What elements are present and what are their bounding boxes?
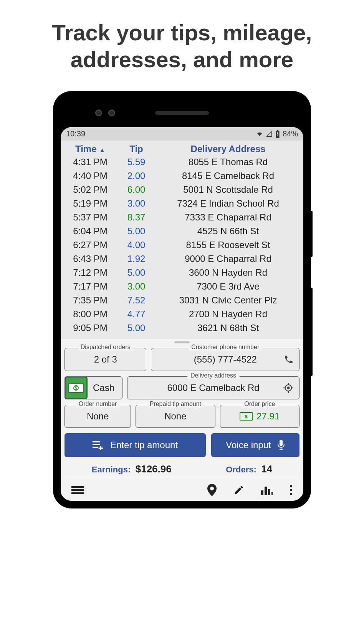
table-row[interactable]: 6:27 PM4.008155 E Roosevelt St xyxy=(65,238,299,252)
prepaid-tip-field[interactable]: Prepaid tip amount None xyxy=(136,405,215,428)
svg-rect-21 xyxy=(71,486,84,488)
locate-icon[interactable] xyxy=(283,383,294,393)
row-address: 2700 N Hayden Rd xyxy=(157,309,299,320)
earnings-value: $126.96 xyxy=(136,463,172,475)
chart-icon[interactable] xyxy=(261,485,273,495)
svg-rect-18 xyxy=(280,440,283,446)
row-address: 5001 N Scottsdale Rd xyxy=(157,184,299,195)
enter-tip-button[interactable]: Enter tip amount xyxy=(65,433,206,457)
camera-icon xyxy=(108,109,115,116)
svg-rect-1 xyxy=(277,130,278,131)
row-address: 8055 E Thomas Rd xyxy=(157,157,299,167)
row-address: 3600 N Hayden Rd xyxy=(157,267,299,278)
table-row[interactable]: 6:43 PM1.929000 E Chaparral Rd xyxy=(65,252,299,266)
dispatched-orders-field[interactable]: Dispatched orders 2 of 3 xyxy=(65,348,146,371)
order-price-field[interactable]: Order price $ 27.91 xyxy=(220,405,299,428)
table-row[interactable]: 7:17 PM3.007300 E 3rd Ave xyxy=(65,280,299,293)
menu-icon[interactable] xyxy=(71,485,84,495)
phone-label: Customer phone number xyxy=(188,344,262,351)
battery-icon xyxy=(275,130,280,138)
table-row[interactable]: 9:05 PM5.003621 N 68th St xyxy=(65,321,299,335)
table-row[interactable]: 4:31 PM5.598055 E Thomas Rd xyxy=(65,155,299,169)
delivery-value: 6000 E Camelback Rd xyxy=(167,383,259,393)
camera-icon xyxy=(95,109,102,116)
row-tip: 2.00 xyxy=(115,171,157,181)
dispatched-value: 2 of 3 xyxy=(94,354,117,365)
phone-screen: 10:39 84% Time ▲ Tip Delivery Address xyxy=(61,127,303,501)
svg-rect-13 xyxy=(93,441,100,442)
prepaid-value: None xyxy=(164,411,186,422)
more-icon[interactable] xyxy=(290,485,293,495)
svg-text:$: $ xyxy=(75,386,78,391)
row-tip: 6.00 xyxy=(115,184,157,195)
row-address: 7300 E 3rd Ave xyxy=(157,281,299,292)
svg-rect-23 xyxy=(71,492,84,494)
row-time: 8:00 PM xyxy=(65,309,115,320)
table-row[interactable]: 7:12 PM5.003600 N Hayden Rd xyxy=(65,266,299,280)
table-row[interactable]: 4:40 PM2.008145 E Camelback Rd xyxy=(65,169,299,183)
table-row[interactable]: 5:37 PM8.377333 E Chaparral Rd xyxy=(65,210,299,224)
row-time: 9:05 PM xyxy=(65,323,115,333)
summary-bar: Earnings: $126.96 Orders: 14 xyxy=(65,462,299,479)
svg-rect-26 xyxy=(265,487,267,495)
row-tip: 8.37 xyxy=(115,212,157,223)
dispatched-label: Dispatched orders xyxy=(78,344,134,351)
svg-rect-25 xyxy=(261,490,263,495)
table-row[interactable]: 6:04 PM5.004525 N 66th St xyxy=(65,224,299,238)
list-add-icon xyxy=(93,441,104,450)
row-time: 5:19 PM xyxy=(65,198,115,209)
row-address: 8155 E Roosevelt St xyxy=(157,240,299,250)
sort-asc-icon: ▲ xyxy=(99,147,105,153)
svg-rect-28 xyxy=(271,492,273,495)
col-header-time[interactable]: Time ▲ xyxy=(65,144,115,154)
battery-percent: 84% xyxy=(283,129,298,138)
orders-value: 14 xyxy=(261,463,272,475)
cash-icon: $ xyxy=(65,376,88,399)
edit-icon[interactable] xyxy=(233,485,244,495)
row-tip: 4.00 xyxy=(115,240,157,250)
table-row[interactable]: 8:00 PM4.772700 N Hayden Rd xyxy=(65,307,299,321)
row-tip: 1.92 xyxy=(115,253,157,264)
svg-rect-15 xyxy=(93,447,98,448)
order-number-field[interactable]: Order number None xyxy=(65,405,131,428)
enter-tip-label: Enter tip amount xyxy=(110,440,178,450)
svg-rect-27 xyxy=(268,489,270,495)
mic-icon xyxy=(277,440,285,450)
dollar-icon: $ xyxy=(240,412,253,421)
order-number-value: None xyxy=(87,411,109,422)
col-header-tip[interactable]: Tip xyxy=(115,144,157,154)
svg-point-30 xyxy=(290,489,292,491)
svg-point-29 xyxy=(290,485,292,487)
svg-rect-22 xyxy=(71,489,84,491)
speaker-grill xyxy=(155,111,209,115)
table-row[interactable]: 5:19 PM3.007324 E Indian School Rd xyxy=(65,197,299,210)
cash-toggle[interactable]: $ Cash xyxy=(65,376,122,399)
phone-frame: 10:39 84% Time ▲ Tip Delivery Address xyxy=(54,92,310,508)
row-tip: 3.00 xyxy=(115,281,157,292)
order-number-label: Order number xyxy=(76,401,120,407)
hero-headline: Track your tips, mileage, addresses, and… xyxy=(0,0,364,80)
row-tip: 5.59 xyxy=(115,157,157,167)
location-pin-icon[interactable] xyxy=(207,484,217,496)
phone-field[interactable]: Customer phone number (555) 777-4522 xyxy=(151,348,299,371)
table-row[interactable]: 7:35 PM7.523031 N Civic Center Plz xyxy=(65,293,299,307)
deliveries-table: Time ▲ Tip Delivery Address 4:31 PM5.598… xyxy=(61,141,303,339)
phone-icon[interactable] xyxy=(284,354,294,364)
price-value: 27.91 xyxy=(256,411,280,422)
cash-label: Cash xyxy=(93,383,114,393)
orders-label: Orders: xyxy=(226,465,256,474)
status-bar: 10:39 84% xyxy=(61,127,303,141)
row-address: 3031 N Civic Center Plz xyxy=(157,295,299,306)
table-row[interactable]: 5:02 PM6.005001 N Scottsdale Rd xyxy=(65,183,299,197)
row-time: 7:35 PM xyxy=(65,295,115,306)
col-header-address[interactable]: Delivery Address xyxy=(157,144,299,154)
row-time: 7:17 PM xyxy=(65,281,115,292)
svg-point-31 xyxy=(290,493,292,495)
row-time: 5:02 PM xyxy=(65,184,115,195)
drag-handle[interactable] xyxy=(174,341,190,343)
delivery-address-field[interactable]: Delivery address 6000 E Camelback Rd xyxy=(127,376,299,399)
voice-input-button[interactable]: Voice input xyxy=(211,433,299,457)
row-address: 7333 E Chaparral Rd xyxy=(157,212,299,223)
row-tip: 5.00 xyxy=(115,267,157,278)
svg-rect-14 xyxy=(93,444,100,445)
